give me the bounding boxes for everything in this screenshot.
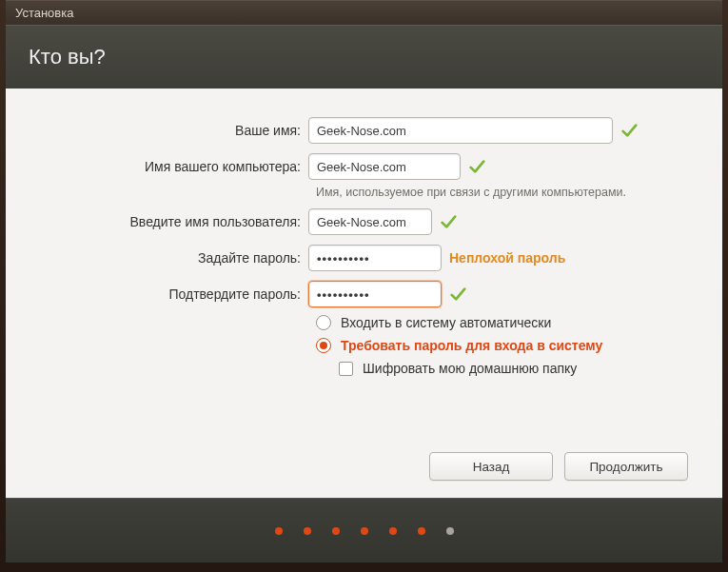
login-mode-group: Входить в систему автоматически Требоват… [316,315,688,376]
step-header: Кто вы? [6,25,722,89]
check-icon [620,122,638,139]
row-name: Ваше имя: [40,115,688,146]
progress-dot [446,527,454,535]
label-username: Введите имя пользователя: [40,214,308,229]
label-name: Ваше имя: [40,123,308,138]
row-password: Задайте пароль: Неплохой пароль [40,243,688,273]
progress-dot [418,527,425,535]
label-password: Задайте пароль: [40,250,308,266]
step-title: Кто вы? [29,45,106,69]
hostname-input[interactable] [308,153,461,180]
radio-auto-login[interactable]: Входить в систему автоматически [316,315,688,330]
progress-dot [275,527,283,535]
titlebar: Установка [6,0,722,25]
radio-require-password[interactable]: Требовать пароль для входа в систему [316,338,688,353]
window-title: Установка [15,6,73,20]
radio-auto-label: Входить в систему автоматически [341,315,551,330]
progress-dot [332,527,340,535]
label-confirm: Подтвердите пароль: [40,286,308,302]
progress-dot [389,527,397,535]
label-hostname: Имя вашего компьютера: [40,159,308,174]
installer-window: Установка Кто вы? Ваше имя: Имя вашего к… [0,0,728,572]
button-bar: Назад Продолжить [429,452,688,481]
row-username: Введите имя пользователя: [40,207,688,237]
progress-footer [6,498,722,562]
continue-button[interactable]: Продолжить [564,452,688,481]
check-icon [449,286,466,303]
radio-icon [316,315,331,330]
check-icon [440,213,457,230]
checkbox-icon [339,362,353,376]
confirm-password-input[interactable] [308,281,442,307]
encrypt-home-label: Шифровать мою домашнюю папку [363,361,577,376]
row-confirm: Подтвердите пароль: [40,279,688,309]
progress-dot [361,527,368,535]
progress-dots [275,527,454,535]
password-strength: Неплохой пароль [449,250,565,266]
username-input[interactable] [308,208,432,235]
name-input[interactable] [308,117,613,144]
password-input[interactable] [308,245,442,271]
back-button[interactable]: Назад [429,452,553,481]
row-hostname: Имя вашего компьютера: [40,151,688,182]
radio-icon [316,338,331,353]
progress-dot [304,527,311,535]
hostname-hint: Имя, используемое при связи с другими ко… [316,186,688,199]
radio-require-label: Требовать пароль для входа в систему [341,338,602,353]
check-icon [468,158,485,175]
form-panel: Ваше имя: Имя вашего компьютера: Имя, ис… [6,89,722,498]
encrypt-home-row[interactable]: Шифровать мою домашнюю папку [339,361,688,376]
